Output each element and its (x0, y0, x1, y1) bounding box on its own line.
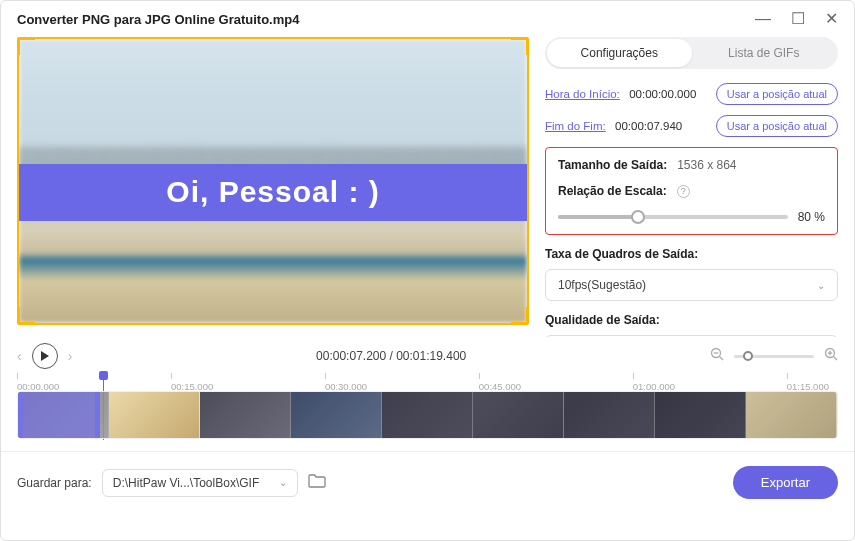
play-button[interactable] (32, 343, 58, 369)
quality-label: Qualidade de Saída: (545, 313, 838, 327)
tab-settings[interactable]: Configurações (547, 39, 692, 67)
scale-percent: 80 % (798, 210, 825, 224)
scale-slider-thumb[interactable] (631, 210, 645, 224)
titlebar: Converter PNG para JPG Online Gratuito.m… (1, 1, 854, 37)
thumbnail[interactable] (473, 392, 564, 438)
thumbnail[interactable] (746, 392, 837, 438)
timecode-display: 00:00:07.200 / 00:01:19.400 (82, 349, 700, 363)
tabset: Configurações Lista de GIFs (545, 37, 838, 69)
help-icon[interactable]: ? (677, 185, 690, 198)
window-title: Converter PNG para JPG Online Gratuito.m… (17, 12, 299, 27)
crop-handle-bl[interactable] (17, 307, 35, 325)
chevron-down-icon: ⌄ (279, 477, 287, 488)
output-size-label: Tamanho de Saída: (558, 158, 667, 172)
zoom-slider[interactable] (734, 355, 814, 358)
footer: Guardar para: D:\HitPaw Vi...\ToolBox\GI… (1, 451, 854, 513)
window-controls: — ☐ ✕ (755, 11, 838, 27)
prev-frame-icon[interactable]: ‹ (17, 348, 22, 364)
output-size-box: Tamanho de Saída: 1536 x 864 Relação de … (545, 147, 838, 235)
thumbnail[interactable] (291, 392, 382, 438)
video-preview[interactable]: Oi, Pessoal : ) (17, 37, 529, 325)
zoom-in-icon[interactable] (824, 347, 838, 365)
use-current-end-button[interactable]: Usar a posição atual (716, 115, 838, 137)
save-path-value: D:\HitPaw Vi...\ToolBox\GIF (113, 476, 260, 490)
crop-handle-br[interactable] (511, 307, 529, 325)
thumbnail[interactable] (200, 392, 291, 438)
maximize-icon[interactable]: ☐ (791, 11, 805, 27)
minimize-icon[interactable]: — (755, 11, 771, 27)
save-path-select[interactable]: D:\HitPaw Vi...\ToolBox\GIF ⌄ (102, 469, 299, 497)
settings-panel: Configurações Lista de GIFs Hora do Iníc… (545, 37, 838, 337)
playback-bar: ‹ › 00:00:07.200 / 00:01:19.400 (1, 337, 854, 371)
end-time-label[interactable]: Fim do Fim: (545, 120, 606, 132)
selection-range[interactable] (18, 391, 100, 439)
output-size-value: 1536 x 864 (677, 158, 736, 172)
zoom-out-icon[interactable] (710, 347, 724, 365)
svg-line-4 (834, 357, 838, 361)
thumbnail[interactable] (564, 392, 655, 438)
timeline-thumbnails[interactable] (17, 391, 838, 439)
thumbnail[interactable] (109, 392, 200, 438)
svg-line-1 (720, 357, 724, 361)
thumbnail[interactable] (382, 392, 473, 438)
timeline-ruler[interactable]: 00:00.000 00:15.000 00:30.000 00:45.000 … (17, 373, 838, 391)
end-time-value: 00:00:07.940 (615, 120, 682, 132)
crop-handle-tl[interactable] (17, 37, 35, 55)
save-to-label: Guardar para: (17, 476, 92, 490)
start-time-value: 00:00:00.000 (629, 88, 696, 100)
fps-select[interactable]: 10fps(Sugestão) ⌄ (545, 269, 838, 301)
next-frame-icon[interactable]: › (68, 348, 73, 364)
quality-select[interactable]: Médio (545, 335, 838, 337)
fps-label: Taxa de Quadros de Saída: (545, 247, 838, 261)
close-icon[interactable]: ✕ (825, 11, 838, 27)
scale-slider[interactable] (558, 215, 788, 219)
chevron-down-icon: ⌄ (817, 280, 825, 291)
fps-value: 10fps(Sugestão) (558, 278, 646, 292)
use-current-start-button[interactable]: Usar a posição atual (716, 83, 838, 105)
thumbnail[interactable] (655, 392, 746, 438)
folder-icon[interactable] (308, 473, 326, 492)
scale-ratio-label: Relação de Escala: (558, 184, 667, 198)
export-button[interactable]: Exportar (733, 466, 838, 499)
zoom-thumb[interactable] (743, 351, 753, 361)
crop-handle-tr[interactable] (511, 37, 529, 55)
start-time-label[interactable]: Hora do Início: (545, 88, 620, 100)
preview-overlay-text: Oi, Pessoal : ) (166, 175, 379, 209)
tab-gif-list[interactable]: Lista de GIFs (692, 39, 837, 67)
